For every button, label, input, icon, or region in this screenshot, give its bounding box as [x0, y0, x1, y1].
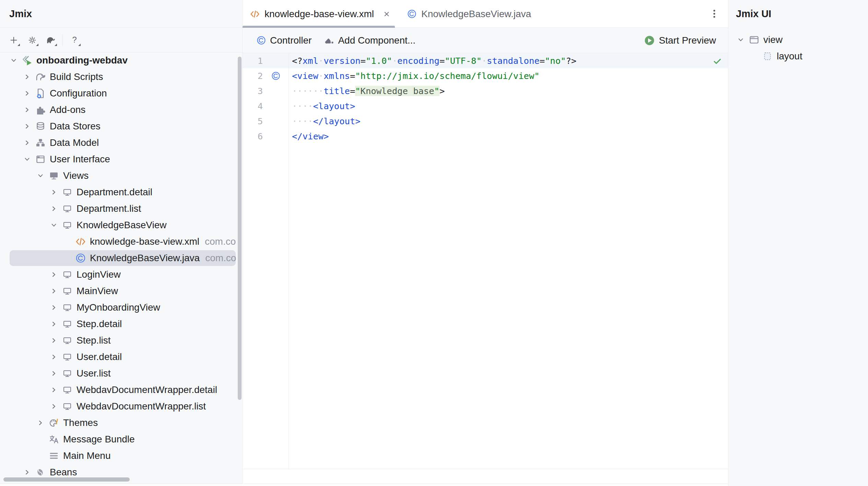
package-suffix: com.co	[205, 236, 236, 247]
settings-button[interactable]	[25, 33, 39, 47]
code-line-6[interactable]: 6</view>	[243, 129, 728, 144]
play-circle-icon	[644, 35, 655, 46]
tree-chevron[interactable]	[50, 368, 59, 379]
tree-chevron[interactable]	[36, 170, 46, 182]
tree-item-views[interactable]: Views	[0, 167, 242, 184]
tree-item-label: Step.list	[77, 335, 111, 346]
code-line-2[interactable]: 2<view·xmlns="http://jmix.io/schema/flow…	[243, 68, 728, 83]
tree-vertical-scrollbar[interactable]	[238, 57, 242, 400]
code-line-3[interactable]: 3······title="Knowledge base">	[243, 83, 728, 99]
tree-item-build-scripts[interactable]: Build Scripts	[0, 69, 242, 85]
tree-item-webdavdocumentwrapper-list[interactable]: WebdavDocumentWrapper.list	[0, 398, 242, 415]
tree-item-add-ons[interactable]: Add-ons	[0, 102, 242, 118]
monitor-outline-icon	[61, 335, 73, 346]
tab-knowledgebaseview-java[interactable]: KnowledgeBaseView.java	[395, 0, 531, 28]
tree-chevron[interactable]	[50, 318, 59, 330]
tree-chevron[interactable]	[23, 120, 33, 132]
line-number: 1	[243, 56, 263, 66]
xml-icon	[75, 236, 86, 247]
tree-item-onboarding-webdav[interactable]: onboarding-webdav	[0, 52, 242, 69]
component-fan-icon	[324, 35, 335, 46]
tree-chevron[interactable]	[50, 203, 59, 215]
tree-item-mainview[interactable]: MainView	[0, 283, 242, 299]
tree-chevron[interactable]	[23, 153, 33, 165]
tree-chevron[interactable]	[50, 302, 59, 313]
tree-chevron[interactable]	[50, 219, 59, 231]
close-icon[interactable]	[382, 9, 392, 19]
tree-chevron[interactable]	[50, 351, 59, 363]
tree-chevron[interactable]	[23, 71, 33, 83]
tree-item-myonboardingview[interactable]: MyOnboardingView	[0, 299, 242, 316]
tree-chevron[interactable]	[50, 384, 59, 396]
line-number: 4	[243, 101, 263, 111]
code-line-5[interactable]: 5····</layout>	[243, 114, 728, 129]
tree-item-step-list[interactable]: Step.list	[0, 332, 242, 349]
tree-item-layout[interactable]: layout	[728, 48, 868, 65]
tree-item-themes[interactable]: Themes	[0, 415, 242, 431]
tree-item-loginview[interactable]: LoginView	[0, 266, 242, 283]
tree-chevron[interactable]	[50, 335, 59, 346]
tree-item-webdavdocumentwrapper-detail[interactable]: WebdavDocumentWrapper.detail	[0, 382, 242, 398]
jmix-editor-toolbar: Controller Add Component... Start Previe…	[243, 28, 728, 53]
tree-item-label: User Interface	[50, 154, 110, 165]
tree-chevron[interactable]	[23, 466, 33, 478]
tree-item-main-menu[interactable]: Main Menu	[0, 448, 242, 464]
tree-chevron[interactable]	[737, 34, 746, 46]
tree-item-user-detail[interactable]: User.detail	[0, 349, 242, 365]
code-line-4[interactable]: 4····<layout>	[243, 99, 728, 114]
java-class-icon	[256, 35, 267, 46]
start-preview-button[interactable]: Start Preview	[644, 28, 716, 53]
chevron-right-icon	[49, 369, 59, 378]
tree-item-label: layout	[777, 51, 802, 62]
tree-item-data-model[interactable]: Data Model	[0, 135, 242, 151]
monitor-outline-icon	[61, 368, 73, 379]
tree-chevron[interactable]	[36, 417, 46, 429]
code-text: ····</layout>	[292, 116, 361, 126]
database-icon	[35, 120, 46, 132]
tree-item-label: WebdavDocumentWrapper.detail	[77, 384, 217, 395]
data-model-icon	[35, 137, 46, 149]
tree-chevron[interactable]	[50, 269, 59, 280]
tree-item-view[interactable]: view	[728, 32, 868, 48]
code-editor[interactable]: 1<?xml·version="1.0"·encoding="UTF-8"·st…	[243, 53, 728, 469]
status-bar	[0, 484, 728, 486]
tree-chevron[interactable]	[23, 88, 33, 99]
tree-chevron[interactable]	[50, 401, 59, 412]
tree-item-data-stores[interactable]: Data Stores	[0, 118, 242, 135]
tree-item-knowledge-base-view-xml[interactable]: knowledge-base-view.xmlcom.co	[0, 233, 242, 250]
tree-chevron[interactable]	[10, 55, 19, 66]
inspections-ok-check-icon[interactable]	[712, 56, 723, 67]
tab-label: KnowledgeBaseView.java	[421, 9, 531, 20]
tree-item-user-interface[interactable]: User Interface	[0, 151, 242, 167]
tab-knowledge-base-view-xml[interactable]: knowledge-base-view.xml	[243, 0, 395, 28]
tree-item-step-detail[interactable]: Step.detail	[0, 316, 242, 332]
add-component-button-label: Add Component...	[338, 35, 415, 46]
tree-chevron[interactable]	[23, 104, 33, 116]
code-text: ······title="Knowledge base">	[292, 86, 445, 96]
tree-chevron[interactable]	[50, 186, 59, 198]
tree-item-knowledgebaseview-java[interactable]: KnowledgeBaseView.javacom.co	[0, 250, 242, 266]
gutter-cell[interactable]	[263, 68, 289, 83]
gradle-button[interactable]	[44, 33, 58, 47]
tree-item-user-list[interactable]: User.list	[0, 365, 242, 382]
chevron-down-icon	[9, 56, 19, 65]
tree-item-department-list[interactable]: Department.list	[0, 200, 242, 217]
tree-item-knowledgebaseview[interactable]: KnowledgeBaseView	[0, 217, 242, 233]
tree-chevron[interactable]	[50, 285, 59, 297]
tree-item-label: MainView	[77, 286, 118, 297]
chevron-right-icon	[49, 303, 59, 312]
tree-item-configuration[interactable]: Configuration	[0, 85, 242, 102]
add-component-button[interactable]: Add Component...	[324, 35, 415, 46]
add-button[interactable]	[7, 33, 21, 47]
chevron-right-icon	[22, 138, 32, 148]
tree-item-message-bundle[interactable]: Message Bundle	[0, 431, 242, 448]
tree-horizontal-scrollbar[interactable]	[3, 477, 130, 482]
tree-chevron[interactable]	[23, 137, 33, 149]
tree-item-department-detail[interactable]: Department.detail	[0, 184, 242, 200]
controller-button[interactable]: Controller	[256, 35, 312, 46]
kebab-menu-icon[interactable]	[708, 8, 720, 20]
code-line-1[interactable]: 1<?xml·version="1.0"·encoding="UTF-8"·st…	[243, 53, 728, 68]
chevron-right-icon	[22, 89, 32, 98]
dropdown-arrow-icon	[55, 44, 57, 46]
help-button[interactable]: ?	[68, 33, 81, 47]
